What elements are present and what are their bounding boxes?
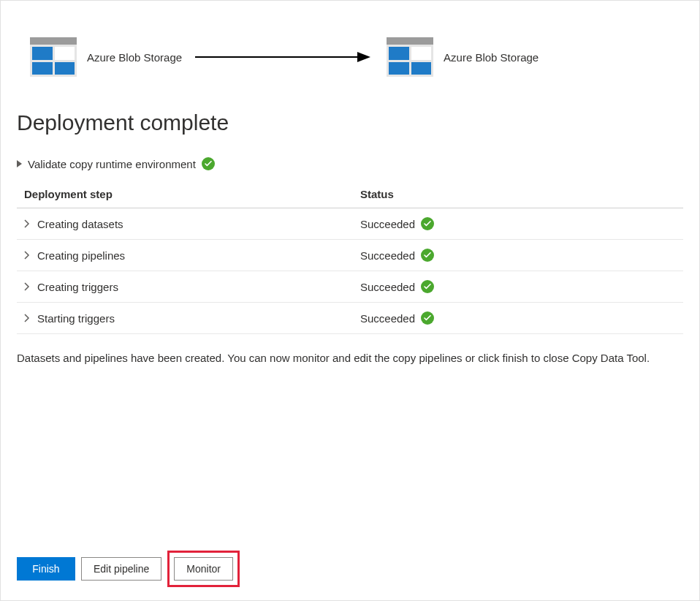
chevron-right-icon <box>24 282 30 291</box>
finish-button[interactable]: Finish <box>17 557 75 581</box>
source-node: Azure Blob Storage <box>30 37 182 77</box>
success-check-icon <box>421 249 434 262</box>
step-label: Creating pipelines <box>37 249 125 262</box>
status-label: Succeeded <box>360 281 415 293</box>
status-label: Succeeded <box>360 249 415 262</box>
triangle-expand-icon <box>17 160 22 167</box>
chevron-right-icon <box>24 314 30 322</box>
monitor-highlight: Monitor <box>167 551 240 587</box>
destination-label: Azure Blob Storage <box>444 51 539 64</box>
step-label: Creating datasets <box>37 218 123 230</box>
page-title: Deployment complete <box>17 110 683 135</box>
azure-blob-storage-icon <box>387 37 433 77</box>
status-label: Succeeded <box>360 218 415 230</box>
success-check-icon <box>421 280 434 293</box>
success-check-icon <box>421 217 434 230</box>
step-label: Starting triggers <box>37 312 115 325</box>
step-label: Creating triggers <box>37 281 118 293</box>
validate-label: Validate copy runtime environment <box>28 158 196 170</box>
source-label: Azure Blob Storage <box>87 51 182 64</box>
chevron-right-icon <box>24 219 30 228</box>
header-status: Status <box>360 188 676 200</box>
table-row[interactable]: Creating pipelines Succeeded <box>17 240 683 271</box>
chevron-right-icon <box>24 251 30 260</box>
info-text: Datasets and pipelines have been created… <box>17 350 683 366</box>
destination-node: Azure Blob Storage <box>387 37 539 77</box>
status-label: Succeeded <box>360 312 415 325</box>
svg-marker-1 <box>357 52 370 62</box>
monitor-button[interactable]: Monitor <box>174 557 233 581</box>
success-check-icon <box>202 157 215 170</box>
azure-blob-storage-icon <box>30 37 77 77</box>
deployment-steps-table: Deployment step Status Creating datasets… <box>17 188 683 334</box>
flow-diagram: Azure Blob Storage Azure Blob Storage <box>17 15 683 91</box>
validate-runtime-row[interactable]: Validate copy runtime environment <box>17 157 683 170</box>
table-row[interactable]: Creating triggers Succeeded <box>17 271 683 303</box>
header-step: Deployment step <box>24 188 360 200</box>
table-header: Deployment step Status <box>17 188 683 208</box>
table-row[interactable]: Starting triggers Succeeded <box>17 303 683 334</box>
table-row[interactable]: Creating datasets Succeeded <box>17 208 683 240</box>
arrow-icon <box>195 50 370 64</box>
success-check-icon <box>421 311 434 325</box>
edit-pipeline-button[interactable]: Edit pipeline <box>81 557 161 581</box>
button-bar: Finish Edit pipeline Monitor <box>17 551 240 587</box>
